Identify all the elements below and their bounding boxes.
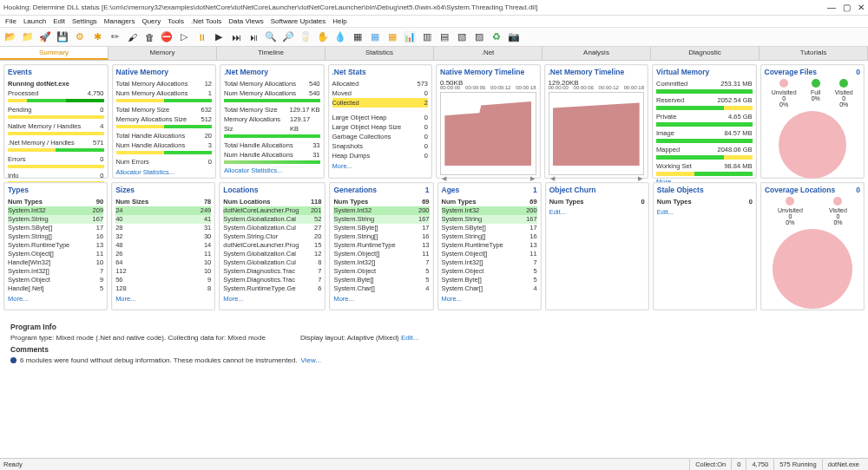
tab-statistics[interactable]: Statistics [326, 47, 434, 60]
menu-settings[interactable]: Settings [72, 17, 97, 25]
list-item[interactable]: System.Byte[]5 [333, 276, 429, 284]
list-item[interactable]: System.String[]16 [442, 232, 537, 241]
list-item[interactable]: 3230 [115, 232, 211, 241]
menu-net-tools[interactable]: .Net Tools [191, 17, 221, 25]
list-item[interactable]: System.Int32209 [8, 206, 103, 215]
list-icon[interactable]: ▤ [437, 30, 451, 44]
fastforward-icon[interactable]: ⏭ [229, 30, 243, 44]
list-item[interactable]: System.Char[]4 [442, 284, 537, 293]
types-more[interactable]: More... [8, 295, 103, 303]
list-item[interactable]: System.Object9 [8, 276, 103, 284]
chart-icon[interactable]: 📊 [403, 30, 417, 44]
open-alt-icon[interactable]: 📁 [21, 30, 35, 44]
list-item[interactable]: 24249 [115, 206, 211, 215]
grid2-icon[interactable]: ▦ [368, 30, 382, 44]
end-icon[interactable]: ⏯ [247, 30, 260, 44]
list-item[interactable]: System.String167 [333, 215, 429, 224]
list-item[interactable]: System.RuntimeType.Ge6 [223, 284, 321, 293]
drop-icon[interactable]: 💧 [333, 30, 347, 44]
grid1-icon[interactable]: ▦ [351, 30, 365, 44]
sizes-more[interactable]: More... [115, 295, 211, 303]
zoom-out-icon[interactable]: 🔎 [281, 30, 295, 44]
list-item[interactable]: System.Object[]11 [442, 250, 537, 258]
list-item[interactable]: 4814 [115, 241, 211, 250]
list-item[interactable]: System.Object[]11 [333, 250, 429, 258]
display-layout-edit[interactable]: Edit... [401, 334, 418, 342]
minimize-button[interactable]: — [827, 3, 836, 12]
list-item[interactable]: System.Globalization.Cal52 [223, 215, 321, 224]
gear-icon[interactable]: ⚙ [73, 30, 87, 44]
menu-launch[interactable]: Launch [23, 17, 46, 25]
list-item[interactable]: System.Int32200 [442, 206, 537, 215]
camera-icon[interactable]: 📷 [507, 30, 521, 44]
brush-icon[interactable]: 🖌 [125, 30, 139, 44]
list-item[interactable]: 2831 [115, 224, 211, 232]
gears-icon[interactable]: ✱ [90, 30, 104, 44]
tab-timeline[interactable]: Timeline [217, 47, 326, 60]
list-item[interactable]: System.Diagnostics.Trac7 [223, 276, 321, 284]
ns-more[interactable]: More... [332, 162, 429, 170]
nm-alloc-link[interactable]: Allocator Statistics... [116, 168, 213, 176]
menu-help[interactable]: Help [332, 17, 346, 25]
list-item[interactable]: System.RuntimeType13 [442, 241, 537, 250]
rocket-icon[interactable]: 🚀 [38, 30, 52, 44]
list-item[interactable]: System.SByte[]17 [442, 224, 537, 232]
open-icon[interactable]: 📂 [3, 30, 17, 44]
locations-more[interactable]: More... [223, 295, 321, 303]
list-item[interactable]: System.Int32200 [333, 206, 429, 215]
list-item[interactable]: Handle[Win32]10 [8, 258, 103, 267]
netm-alloc-link[interactable]: Allocator Statistics... [224, 166, 320, 174]
oc-edit[interactable]: Edit... [549, 208, 645, 216]
list-item[interactable]: System.String167 [442, 215, 537, 224]
so-edit[interactable]: Edit... [657, 208, 753, 216]
step-icon[interactable]: ▶ [212, 30, 226, 44]
menu-tools[interactable]: Tools [168, 17, 184, 25]
menu-data-views[interactable]: Data Views [228, 17, 263, 25]
list-item[interactable]: System.Object5 [333, 267, 429, 276]
menu-query[interactable]: Query [141, 17, 161, 25]
list-item[interactable]: System.RuntimeType13 [333, 241, 429, 250]
ntl-scroll[interactable]: ◀▶ [440, 175, 536, 182]
close-button[interactable]: ✕ [858, 3, 865, 12]
list-item[interactable]: System.Globalization.Cul27 [223, 224, 321, 232]
list-item[interactable]: System.Object[]11 [8, 250, 103, 258]
list-item[interactable]: 569 [115, 276, 211, 284]
maximize-button[interactable]: ▢ [843, 3, 851, 12]
nettl-chart[interactable] [549, 92, 645, 175]
stop-icon[interactable]: ⛔ [160, 30, 174, 44]
comment-view[interactable]: View... [301, 356, 321, 364]
list-item[interactable]: System.String167 [8, 215, 103, 224]
zoom-in-icon[interactable]: 🔍 [264, 30, 278, 44]
list-item[interactable]: System.String[]16 [8, 232, 103, 241]
tree-icon[interactable]: ▨ [472, 30, 486, 44]
bars-icon[interactable]: ▥ [420, 30, 434, 44]
list-item[interactable]: System.SByte[]17 [8, 224, 103, 232]
play-icon[interactable]: ▷ [177, 30, 191, 44]
list-item[interactable]: System.String[]16 [333, 232, 429, 241]
list-item[interactable]: dotNetCoreLauncher.Prog201 [223, 206, 321, 215]
list-item[interactable]: 2611 [115, 250, 211, 258]
list-item[interactable]: System.SByte[]17 [333, 224, 429, 232]
hand-icon[interactable]: ✋ [316, 30, 330, 44]
list-item[interactable]: System.Int32[]7 [442, 258, 537, 267]
list-item[interactable]: System.Int32[]7 [8, 267, 103, 276]
list-item[interactable]: System.Byte[]5 [442, 276, 537, 284]
menu-software-updates[interactable]: Software Updates [271, 17, 326, 25]
wand-icon[interactable]: ✏ [108, 30, 122, 44]
table-icon[interactable]: ▧ [455, 30, 469, 44]
save-icon[interactable]: 💾 [56, 30, 69, 44]
ntl-chart[interactable] [440, 92, 536, 175]
delete-icon[interactable]: 🗑 [142, 30, 156, 44]
list-item[interactable]: System.String.Ctor20 [223, 232, 321, 241]
tab-dotnet[interactable]: .Net [434, 47, 542, 60]
list-item[interactable]: System.Int32[]7 [333, 258, 429, 267]
refresh-icon[interactable]: ♻ [490, 30, 503, 44]
list-item[interactable]: System.Globalization.Cal12 [223, 250, 321, 258]
list-item[interactable]: System.Object5 [442, 267, 537, 276]
tab-memory[interactable]: Memory [108, 47, 217, 60]
list-item[interactable]: 4041 [115, 215, 211, 224]
list-item[interactable]: 11210 [115, 267, 211, 276]
tab-diagnostic[interactable]: Diagnostic [651, 47, 760, 60]
list-item[interactable]: System.Char[]4 [333, 284, 429, 293]
filter-icon[interactable]: 🥛 [299, 30, 312, 44]
